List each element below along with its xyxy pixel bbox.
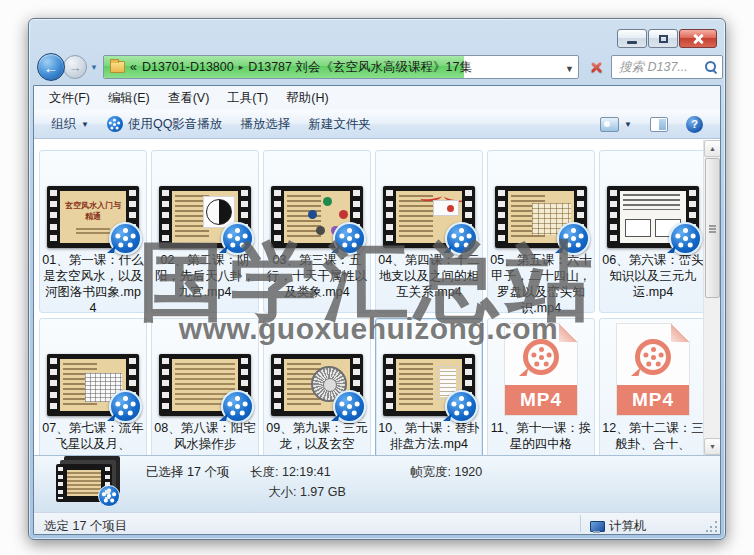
video-thumbnail xyxy=(271,186,363,248)
mp4-file-icon: MP4 xyxy=(616,323,690,416)
file-name: 07、第七课：流年飞星以及月、 xyxy=(42,420,144,452)
video-thumbnail xyxy=(159,354,251,416)
forward-button[interactable]: → xyxy=(63,55,87,79)
mp4-file-icon: MP4 xyxy=(504,323,578,416)
video-thumbnail xyxy=(271,354,363,416)
address-bar[interactable]: « D13701-D13800 ▸ D13787 刘会《玄空风水高级课程》17集… xyxy=(103,55,579,79)
change-view-button[interactable]: ▼ xyxy=(591,113,641,136)
maximize-button[interactable] xyxy=(648,29,678,48)
file-name: 06、第六课：峦头知识以及三元九运.mp4 xyxy=(602,252,704,300)
video-thumbnail xyxy=(47,354,139,416)
file-list-area: 玄空风水入门与精通 01、第一课：什么是玄空风水，以及河图洛书四象.mp4 02… xyxy=(34,140,720,455)
computer-icon xyxy=(590,521,604,533)
file-tile-11[interactable]: MP4 11、第十一课：挨星的四中格 xyxy=(487,318,595,455)
stop-button[interactable] xyxy=(585,56,607,78)
qq-player-badge-icon xyxy=(333,390,366,423)
video-thumbnail xyxy=(607,186,699,248)
file-tile-01[interactable]: 玄空风水入门与精通 01、第一课：什么是玄空风水，以及河图洛书四象.mp4 xyxy=(39,150,147,313)
recent-pages-dropdown-icon[interactable]: ▼ xyxy=(90,63,98,72)
scrollbar-thumb[interactable] xyxy=(705,158,720,298)
status-location: 计算机 xyxy=(590,518,647,535)
qq-player-badge-icon xyxy=(669,222,702,255)
menu-tools[interactable]: 工具(T) xyxy=(218,87,277,110)
file-tile-10[interactable]: 10、第十课：替卦排盘方法.mp4 xyxy=(375,318,483,455)
file-tile-02[interactable]: 02、第二课：阴阳，先后天八卦，九宫.mp4 xyxy=(151,150,259,313)
video-thumbnail xyxy=(383,186,475,248)
window-controls xyxy=(617,29,717,48)
status-selected-items: 选定 17 个项目 xyxy=(44,518,127,535)
file-tile-04[interactable]: 04、第四课：十二地支以及之间的相互关系.mp4 xyxy=(375,150,483,313)
search-box[interactable] xyxy=(611,55,723,79)
details-pane: 已选择 17 个项 长度: 12:19:41 大小: 1.97 GB 帧宽度: … xyxy=(34,455,720,512)
file-tile-07[interactable]: 07、第七课：流年飞星以及月、 xyxy=(39,318,147,455)
search-icon xyxy=(704,60,718,74)
window-client-area: 文件(F) 编辑(E) 查看(V) 工具(T) 帮助(H) 组织 ▼ 使用QQ影… xyxy=(33,85,721,535)
close-icon xyxy=(692,33,704,45)
preview-pane-icon xyxy=(650,117,668,132)
status-separator xyxy=(580,515,581,532)
back-button[interactable]: ← xyxy=(37,53,65,81)
selected-count: 已选择 17 个项 xyxy=(146,464,229,481)
play-with-qq-label: 使用QQ影音播放 xyxy=(128,116,222,133)
resize-grip[interactable] xyxy=(706,520,718,532)
video-length: 长度: 12:19:41 xyxy=(250,464,331,481)
breadcrumb-separator-icon[interactable]: ▸ xyxy=(239,62,244,72)
help-button[interactable]: ? xyxy=(677,112,712,137)
qq-player-icon xyxy=(107,116,123,132)
play-selection-button[interactable]: 播放选择 xyxy=(231,112,299,137)
file-tile-09[interactable]: 09、第九课：三元龙，以及玄空 xyxy=(263,318,371,455)
file-tile-03[interactable]: 03、第三课：五行，十天干属性以及类象.mp4 xyxy=(263,150,371,313)
close-button[interactable] xyxy=(679,29,717,48)
desktop-background: ← → ▼ « D13701-D13800 ▸ D13787 刘会《玄空风水高级… xyxy=(0,0,754,555)
file-name: 10、第十课：替卦排盘方法.mp4 xyxy=(378,420,480,452)
film-reel-icon xyxy=(635,339,671,375)
qq-player-badge-icon xyxy=(221,222,254,255)
file-tile-12[interactable]: MP4 12、第十二课：三般卦、合十、 xyxy=(599,318,707,455)
file-grid: 玄空风水入门与精通 01、第一课：什么是玄空风水，以及河图洛书四象.mp4 02… xyxy=(39,150,707,455)
menu-help[interactable]: 帮助(H) xyxy=(277,87,337,110)
play-with-qq-button[interactable]: 使用QQ影音播放 xyxy=(98,112,231,137)
preview-pane-button[interactable] xyxy=(641,113,677,136)
explorer-window: ← → ▼ « D13701-D13800 ▸ D13787 刘会《玄空风水高级… xyxy=(28,18,726,540)
address-dropdown-icon[interactable]: ▼ xyxy=(565,64,574,74)
breadcrumb-current[interactable]: D13787 刘会《玄空风水高级课程》17集 xyxy=(248,59,472,76)
scroll-up-button[interactable]: ▲ xyxy=(704,140,720,157)
file-name: 12、第十二课：三般卦、合十、 xyxy=(602,420,704,452)
page-fold-icon xyxy=(671,324,689,342)
menu-edit[interactable]: 编辑(E) xyxy=(99,87,159,110)
new-folder-label: 新建文件夹 xyxy=(308,116,371,133)
chevron-down-icon: ▼ xyxy=(624,120,632,129)
organize-button[interactable]: 组织 ▼ xyxy=(42,112,98,137)
file-name: 02、第二课：阴阳，先后天八卦，九宫.mp4 xyxy=(154,252,256,300)
video-thumbnail xyxy=(383,354,475,416)
search-input[interactable] xyxy=(619,60,704,74)
file-name: 01、第一课：什么是玄空风水，以及河图洛书四象.mp4 xyxy=(42,252,144,316)
file-name: 04、第四课：十二地支以及之间的相互关系.mp4 xyxy=(378,252,480,300)
qq-player-badge-icon xyxy=(98,485,120,507)
folder-icon xyxy=(110,61,125,73)
qq-player-badge-icon xyxy=(557,222,590,255)
scroll-down-button[interactable]: ▼ xyxy=(704,438,720,455)
file-tile-05[interactable]: 05、第五课：六十甲子，二十四山，罗盘以及峦头知识.mp4 xyxy=(487,150,595,313)
views-icon xyxy=(600,117,619,132)
status-bar: 选定 17 个项目 计算机 xyxy=(34,512,720,534)
selection-thumbnail-stack xyxy=(56,464,112,502)
vertical-scrollbar[interactable]: ▲ ▼ xyxy=(703,140,720,455)
maximize-icon xyxy=(659,35,668,43)
total-size: 大小: 1.97 GB xyxy=(268,484,346,501)
menu-bar: 文件(F) 编辑(E) 查看(V) 工具(T) 帮助(H) xyxy=(34,86,720,110)
new-folder-button[interactable]: 新建文件夹 xyxy=(299,112,380,137)
qq-player-badge-icon xyxy=(333,222,366,255)
video-thumbnail xyxy=(159,186,251,248)
file-tile-06[interactable]: 06、第六课：峦头知识以及三元九运.mp4 xyxy=(599,150,707,313)
minimize-button[interactable] xyxy=(617,29,647,48)
menu-view[interactable]: 查看(V) xyxy=(159,87,219,110)
qq-player-badge-icon xyxy=(109,390,142,423)
breadcrumb-parent[interactable]: D13701-D13800 xyxy=(142,60,234,74)
qq-player-badge-icon xyxy=(221,390,254,423)
file-tile-08[interactable]: 08、第八课：阳宅风水操作步 xyxy=(151,318,259,455)
menu-file[interactable]: 文件(F) xyxy=(40,87,99,110)
breadcrumb-overflow[interactable]: « xyxy=(130,60,137,74)
chevron-down-icon: ▼ xyxy=(81,120,89,129)
file-name: 03、第三课：五行，十天干属性以及类象.mp4 xyxy=(266,252,368,300)
